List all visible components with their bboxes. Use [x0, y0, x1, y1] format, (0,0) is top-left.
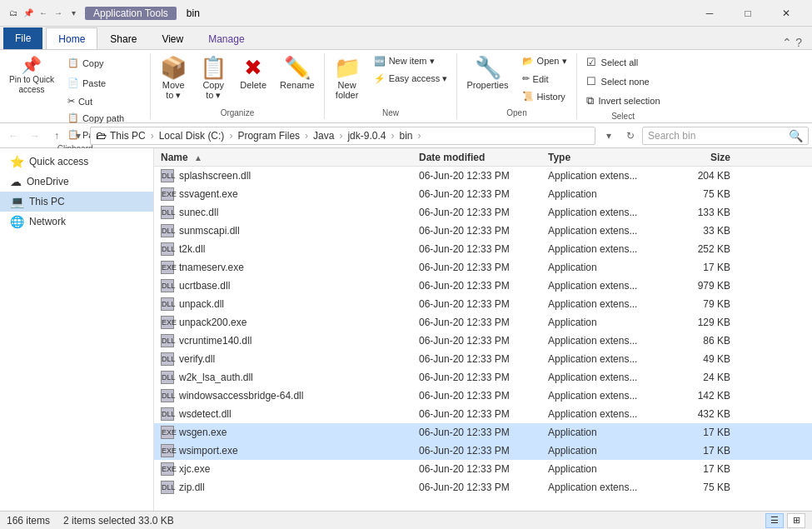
address-bar[interactable]: 🗁 This PC › Local Disk (C:) › Program Fi… — [90, 127, 595, 145]
select-all-label: Select all — [601, 57, 639, 67]
breadcrumb-local-disk[interactable]: Local Disk (C:) — [159, 130, 225, 142]
table-row[interactable]: EXE xjc.exe 06-Jun-20 12:33 PM Applicati… — [154, 460, 812, 478]
sidebar-item-onedrive[interactable]: ☁ OneDrive — [0, 172, 153, 192]
new-item-button[interactable]: 🆕 New item ▾ — [368, 53, 454, 69]
up-button[interactable]: ↑ — [47, 126, 67, 146]
copy-button[interactable]: 📋 Copy — [62, 53, 147, 72]
sidebar-item-this-pc[interactable]: 💻 This PC — [0, 192, 153, 212]
table-row[interactable]: EXE wsgen.exe 06-Jun-20 12:33 PM Applica… — [154, 423, 812, 442]
ribbon-collapse-btn[interactable]: ⌃ — [782, 36, 792, 49]
file-cell-name: DLL unpack.dll — [154, 296, 412, 312]
breadcrumb-java[interactable]: Java — [313, 130, 334, 142]
file-cell-size: 252 KB — [670, 242, 737, 257]
file-name: ssvagent.exe — [179, 188, 238, 200]
table-row[interactable]: DLL splashscreen.dll 06-Jun-20 12:33 PM … — [154, 167, 812, 185]
new-label: New — [328, 107, 454, 119]
copy-path-button[interactable]: 📋 Copy path — [62, 110, 147, 126]
breadcrumb-this-pc[interactable]: This PC — [110, 130, 146, 142]
history-button[interactable]: 📜 History — [516, 88, 573, 104]
file-cell-name: DLL verify.dll — [154, 351, 412, 367]
recent-locations-button[interactable]: ▾ — [68, 126, 88, 146]
table-row[interactable]: DLL t2k.dll 06-Jun-20 12:33 PM Applicati… — [154, 240, 812, 258]
cut-button[interactable]: ✂ Cut — [62, 93, 147, 109]
file-name: xjc.exe — [179, 463, 210, 475]
maximize-button[interactable]: □ — [729, 1, 767, 26]
table-row[interactable]: DLL sunmscapi.dll 06-Jun-20 12:33 PM App… — [154, 222, 812, 240]
minimize-button[interactable]: ─ — [690, 1, 729, 26]
close-button[interactable]: ✕ — [767, 1, 805, 26]
table-row[interactable]: EXE wsimport.exe 06-Jun-20 12:33 PM Appl… — [154, 442, 812, 460]
back-button[interactable]: ← — [3, 126, 23, 146]
tab-file[interactable]: File — [3, 27, 42, 49]
edit-button[interactable]: ✏ Edit — [516, 71, 573, 87]
refresh-button[interactable]: ↻ — [620, 126, 640, 146]
paste-button[interactable]: 📄 Paste — [62, 73, 147, 92]
file-name: ucrtbase.dll — [179, 280, 230, 292]
rename-button[interactable]: ✏️ Rename — [274, 53, 321, 93]
table-row[interactable]: DLL w2k_lsa_auth.dll 06-Jun-20 12:33 PM … — [154, 368, 812, 387]
help-btn[interactable]: ? — [795, 36, 802, 49]
table-row[interactable]: EXE ssvagent.exe 06-Jun-20 12:33 PM Appl… — [154, 185, 812, 203]
col-header-type[interactable]: Type — [541, 149, 670, 166]
paste-icon: 📄 — [67, 77, 79, 88]
organize-label: Organize — [154, 107, 320, 119]
table-row[interactable]: DLL sunec.dll 06-Jun-20 12:33 PM Applica… — [154, 203, 812, 222]
table-row[interactable]: DLL wsdetect.dll 06-Jun-20 12:33 PM Appl… — [154, 405, 812, 423]
large-icons-view-button[interactable]: ⊞ — [787, 513, 805, 528]
copy-icon: 📋 — [67, 57, 79, 68]
table-row[interactable]: DLL verify.dll 06-Jun-20 12:33 PM Applic… — [154, 350, 812, 368]
file-name: unpack200.exe — [179, 317, 247, 328]
invert-selection-button[interactable]: ⧉ Invert selection — [580, 92, 666, 110]
breadcrumb-jdk[interactable]: jdk-9.0.4 — [347, 130, 386, 142]
col-header-size[interactable]: Size — [670, 149, 737, 166]
selected-info: 2 items selected 33.0 KB — [63, 515, 174, 527]
tab-view[interactable]: View — [149, 27, 196, 49]
address-dropdown-button[interactable]: ▾ — [599, 126, 619, 146]
search-icon[interactable]: 🔍 — [789, 129, 803, 142]
col-header-name[interactable]: Name ▲ — [154, 149, 412, 166]
file-cell-type: Application extens... — [541, 370, 670, 385]
delete-label: Delete — [240, 80, 267, 90]
file-cell-size: 17 KB — [670, 443, 737, 458]
sidebar-item-quick-access[interactable]: ⭐ Quick access — [0, 152, 153, 172]
select-none-button[interactable]: ☐ Select none — [580, 72, 655, 90]
file-cell-date: 06-Jun-20 12:33 PM — [412, 187, 541, 202]
select-all-button[interactable]: ☑ Select all — [580, 53, 645, 71]
copy-to-button[interactable]: 📋 Copyto ▾ — [194, 53, 232, 104]
table-row[interactable]: EXE unpack200.exe 06-Jun-20 12:33 PM App… — [154, 313, 812, 332]
breadcrumb-bin[interactable]: bin — [399, 130, 412, 142]
tab-home[interactable]: Home — [46, 27, 97, 49]
ribbon-group-organize: 📦 Moveto ▾ 📋 Copyto ▾ ✖ Delete ✏️ Rename… — [151, 53, 324, 119]
move-to-button[interactable]: 📦 Moveto ▾ — [154, 53, 192, 104]
new-folder-button[interactable]: 📁 Newfolder — [328, 53, 366, 103]
table-row[interactable]: DLL unpack.dll 06-Jun-20 12:33 PM Applic… — [154, 295, 812, 313]
forward-button[interactable]: → — [25, 126, 45, 146]
search-bar[interactable]: Search bin 🔍 — [642, 127, 809, 145]
file-type-icon: DLL — [161, 206, 174, 219]
breadcrumb-program-files[interactable]: Program Files — [237, 130, 300, 142]
copy-path-label: Copy path — [82, 113, 124, 123]
easy-access-button[interactable]: ⚡ Easy access ▾ — [368, 71, 454, 87]
col-header-date[interactable]: Date modified — [412, 149, 541, 166]
properties-button[interactable]: 🔧 Properties — [461, 53, 514, 93]
table-row[interactable]: EXE tnameserv.exe 06-Jun-20 12:33 PM App… — [154, 258, 812, 277]
sidebar-item-quick-access-label: Quick access — [29, 156, 88, 167]
table-row[interactable]: DLL vcruntime140.dll 06-Jun-20 12:33 PM … — [154, 332, 812, 350]
tab-manage[interactable]: Manage — [196, 27, 257, 49]
tab-share[interactable]: Share — [97, 27, 149, 49]
new-folder-icon: 📁 — [334, 57, 361, 78]
table-row[interactable]: DLL ucrtbase.dll 06-Jun-20 12:33 PM Appl… — [154, 277, 812, 295]
details-view-button[interactable]: ☰ — [765, 513, 784, 528]
file-cell-date: 06-Jun-20 12:33 PM — [412, 205, 541, 220]
table-row[interactable]: DLL zip.dll 06-Jun-20 12:33 PM Applicati… — [154, 478, 812, 497]
delete-button[interactable]: ✖ Delete — [234, 53, 272, 93]
pin-to-quick-access-button[interactable]: 📌 Pin to Quickaccess — [3, 53, 60, 98]
open-button[interactable]: 📂 Open ▾ — [516, 53, 573, 69]
file-cell-date: 06-Jun-20 12:33 PM — [412, 352, 541, 367]
file-cell-name: EXE xjc.exe — [154, 461, 412, 477]
sidebar-item-network[interactable]: 🌐 Network — [0, 212, 153, 232]
file-cell-size: 75 KB — [670, 480, 737, 495]
file-cell-date: 06-Jun-20 12:33 PM — [412, 480, 541, 495]
view-controls: ☰ ⊞ — [765, 513, 805, 528]
table-row[interactable]: DLL windowsaccessbridge-64.dll 06-Jun-20… — [154, 387, 812, 405]
